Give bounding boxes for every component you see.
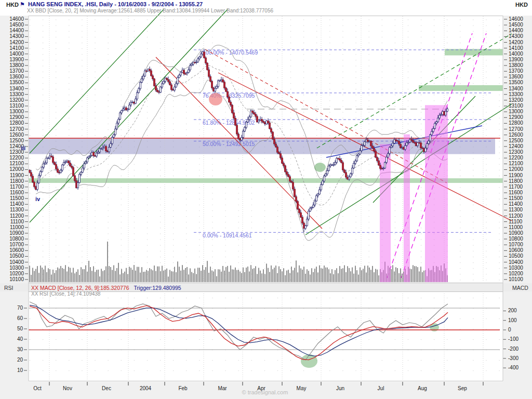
candle-body	[403, 148, 405, 150]
volume-bar	[219, 270, 220, 282]
volume-bar	[313, 272, 314, 282]
volume-bar	[274, 268, 275, 282]
candle-body	[40, 171, 42, 175]
candle-body	[96, 153, 98, 156]
price-tick-label-left: 11700	[10, 184, 24, 190]
candle-body	[383, 168, 384, 169]
price-tick-label-left: 12500	[9, 138, 24, 143]
volume-bar	[126, 268, 127, 282]
candle-body	[119, 113, 121, 119]
month-label: Sep	[458, 385, 467, 391]
price-tick-label-left: 13000	[9, 109, 24, 114]
candle-body	[416, 142, 417, 145]
candle-body	[132, 102, 134, 103]
candle-body	[339, 158, 341, 160]
candle-body	[402, 148, 403, 148]
volume-bar	[134, 265, 135, 282]
volume-bar	[398, 273, 400, 282]
candle-body	[154, 79, 155, 86]
volume-bar	[57, 268, 58, 282]
price-tick-label-left: 10100	[9, 276, 24, 282]
chart-title-row: ⚑HANG SENG INDEX, .HSI, Daily - 10/16/20…	[20, 1, 203, 8]
volume-bar	[397, 268, 398, 282]
volume-bar	[263, 269, 264, 282]
price-tick-label-right: 11100	[509, 219, 523, 224]
volume-bar	[204, 270, 205, 282]
volume-bar	[356, 270, 357, 282]
candle-body	[57, 169, 59, 172]
candle-body	[123, 109, 124, 111]
candle-body	[211, 81, 213, 88]
candle-body	[363, 145, 364, 146]
candle-body	[342, 163, 344, 170]
candle-body	[191, 64, 193, 65]
volume-bar	[187, 267, 188, 282]
candle-body	[63, 162, 65, 165]
fib-level-label: 50.00% - 12492.5015	[203, 141, 255, 147]
volume-bar	[249, 271, 250, 282]
candle-body	[52, 157, 54, 163]
price-tick-label-right: 12700	[509, 126, 523, 132]
candle-body	[62, 165, 63, 170]
price-tick-label-left: 14300	[9, 33, 24, 39]
candle-body	[230, 102, 232, 105]
candle-body	[102, 148, 104, 149]
candle-body	[160, 87, 162, 92]
price-tick-label-left: 13500	[9, 79, 24, 85]
price-tick-label-right: 11400	[509, 201, 523, 207]
price-tick-label-left: 13400	[9, 86, 24, 91]
candle-body	[222, 79, 224, 82]
candle-body	[112, 137, 113, 143]
volume-bar	[179, 267, 180, 282]
candle-body	[274, 139, 275, 144]
candle-body	[77, 183, 79, 188]
currency-label-right: HKD	[515, 2, 528, 8]
chart-canvas: 100.00% - 14070.546976.40% - 13325.70956…	[0, 0, 532, 399]
volume-bar	[364, 265, 365, 282]
candle-body	[140, 83, 141, 89]
candle-body	[436, 122, 437, 124]
candle-body	[210, 76, 211, 81]
candle-body	[333, 165, 335, 165]
volume-bar	[32, 268, 33, 282]
candle-body	[29, 170, 31, 172]
volume-bar	[235, 268, 236, 282]
price-tick-label-left: 13200	[9, 97, 24, 103]
candle-body	[260, 119, 261, 121]
candle-body	[280, 154, 282, 158]
price-tick-label-right: 12900	[509, 114, 523, 120]
price-tick-label-right: 12300	[509, 149, 523, 155]
candle-body	[420, 143, 422, 148]
candle-body	[400, 144, 402, 148]
volume-bar	[338, 273, 339, 282]
price-tick-label-left: 14600	[9, 16, 24, 22]
candle-body	[305, 226, 307, 229]
candle-body	[268, 121, 269, 123]
rsi-tick-label: 60	[17, 315, 23, 321]
price-tick-label-left: 11200	[10, 213, 24, 219]
candle-body	[244, 127, 246, 131]
candle-body	[364, 142, 366, 145]
candle-body	[285, 166, 286, 172]
volume-bar	[307, 269, 308, 282]
candle-body	[250, 111, 252, 117]
macd-trigger-legend: Trigger:129.480995	[134, 285, 181, 291]
volume-bar	[317, 272, 318, 282]
volume-bar	[154, 265, 155, 282]
breakout-highlight-green	[314, 163, 326, 172]
candle-body	[324, 176, 325, 181]
volume-bar	[294, 268, 295, 282]
candle-body	[331, 165, 333, 165]
volume-bar	[352, 268, 353, 282]
volume-bar	[221, 272, 222, 282]
price-tick-label-right: 13200	[509, 97, 523, 103]
price-tick-label-left: 11100	[10, 219, 24, 224]
candle-body	[243, 131, 244, 138]
candle-body	[409, 139, 411, 142]
volume-bar	[160, 271, 161, 282]
candle-body	[299, 209, 300, 212]
volume-bar	[144, 272, 145, 282]
candle-body	[32, 176, 34, 182]
volume-bar	[257, 274, 258, 282]
volume-bar	[250, 265, 251, 282]
